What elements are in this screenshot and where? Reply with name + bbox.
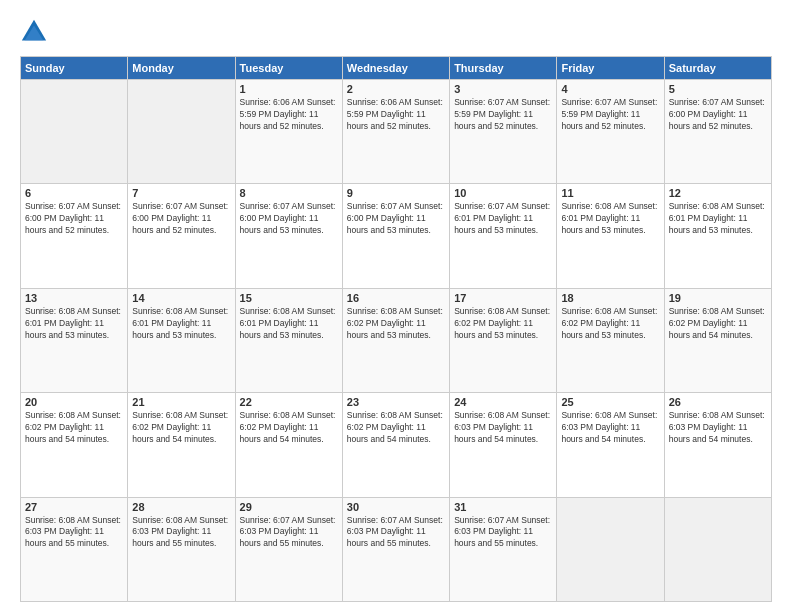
calendar-cell: 20Sunrise: 6:08 AM Sunset: 6:02 PM Dayli… [21,393,128,497]
calendar-cell: 13Sunrise: 6:08 AM Sunset: 6:01 PM Dayli… [21,288,128,392]
day-number: 7 [132,187,230,199]
day-number: 10 [454,187,552,199]
day-number: 29 [240,501,338,513]
calendar-cell [128,80,235,184]
day-info: Sunrise: 6:08 AM Sunset: 6:03 PM Dayligh… [25,515,123,551]
day-info: Sunrise: 6:08 AM Sunset: 6:03 PM Dayligh… [132,515,230,551]
day-header: Friday [557,57,664,80]
calendar-cell: 16Sunrise: 6:08 AM Sunset: 6:02 PM Dayli… [342,288,449,392]
day-number: 14 [132,292,230,304]
calendar-week-row: 6Sunrise: 6:07 AM Sunset: 6:00 PM Daylig… [21,184,772,288]
day-number: 8 [240,187,338,199]
calendar-cell: 10Sunrise: 6:07 AM Sunset: 6:01 PM Dayli… [450,184,557,288]
day-info: Sunrise: 6:07 AM Sunset: 6:03 PM Dayligh… [454,515,552,551]
calendar-cell [557,497,664,601]
day-info: Sunrise: 6:07 AM Sunset: 6:00 PM Dayligh… [240,201,338,237]
day-info: Sunrise: 6:08 AM Sunset: 6:01 PM Dayligh… [561,201,659,237]
calendar-cell: 12Sunrise: 6:08 AM Sunset: 6:01 PM Dayli… [664,184,771,288]
day-number: 26 [669,396,767,408]
calendar-page: SundayMondayTuesdayWednesdayThursdayFrid… [0,0,792,612]
day-number: 18 [561,292,659,304]
day-number: 1 [240,83,338,95]
calendar-cell: 18Sunrise: 6:08 AM Sunset: 6:02 PM Dayli… [557,288,664,392]
day-number: 16 [347,292,445,304]
day-info: Sunrise: 6:08 AM Sunset: 6:01 PM Dayligh… [669,201,767,237]
day-info: Sunrise: 6:08 AM Sunset: 6:01 PM Dayligh… [25,306,123,342]
day-info: Sunrise: 6:08 AM Sunset: 6:03 PM Dayligh… [454,410,552,446]
calendar-cell [664,497,771,601]
day-info: Sunrise: 6:08 AM Sunset: 6:02 PM Dayligh… [132,410,230,446]
day-number: 9 [347,187,445,199]
day-number: 3 [454,83,552,95]
day-info: Sunrise: 6:07 AM Sunset: 6:00 PM Dayligh… [25,201,123,237]
day-info: Sunrise: 6:08 AM Sunset: 6:03 PM Dayligh… [669,410,767,446]
day-number: 22 [240,396,338,408]
day-number: 11 [561,187,659,199]
day-info: Sunrise: 6:08 AM Sunset: 6:02 PM Dayligh… [347,306,445,342]
day-number: 21 [132,396,230,408]
calendar-cell: 2Sunrise: 6:06 AM Sunset: 5:59 PM Daylig… [342,80,449,184]
day-info: Sunrise: 6:08 AM Sunset: 6:03 PM Dayligh… [561,410,659,446]
calendar-cell: 19Sunrise: 6:08 AM Sunset: 6:02 PM Dayli… [664,288,771,392]
day-number: 19 [669,292,767,304]
calendar-cell: 17Sunrise: 6:08 AM Sunset: 6:02 PM Dayli… [450,288,557,392]
day-info: Sunrise: 6:07 AM Sunset: 5:59 PM Dayligh… [561,97,659,133]
day-info: Sunrise: 6:07 AM Sunset: 5:59 PM Dayligh… [454,97,552,133]
day-number: 12 [669,187,767,199]
day-info: Sunrise: 6:08 AM Sunset: 6:01 PM Dayligh… [240,306,338,342]
calendar-cell: 9Sunrise: 6:07 AM Sunset: 6:00 PM Daylig… [342,184,449,288]
day-number: 13 [25,292,123,304]
day-number: 31 [454,501,552,513]
day-number: 23 [347,396,445,408]
calendar-week-row: 13Sunrise: 6:08 AM Sunset: 6:01 PM Dayli… [21,288,772,392]
day-info: Sunrise: 6:08 AM Sunset: 6:02 PM Dayligh… [347,410,445,446]
day-info: Sunrise: 6:08 AM Sunset: 6:01 PM Dayligh… [132,306,230,342]
day-info: Sunrise: 6:06 AM Sunset: 5:59 PM Dayligh… [240,97,338,133]
day-number: 6 [25,187,123,199]
day-info: Sunrise: 6:07 AM Sunset: 6:03 PM Dayligh… [240,515,338,551]
day-info: Sunrise: 6:08 AM Sunset: 6:02 PM Dayligh… [240,410,338,446]
day-header: Monday [128,57,235,80]
calendar-cell: 7Sunrise: 6:07 AM Sunset: 6:00 PM Daylig… [128,184,235,288]
day-number: 17 [454,292,552,304]
calendar-cell: 23Sunrise: 6:08 AM Sunset: 6:02 PM Dayli… [342,393,449,497]
calendar-cell: 1Sunrise: 6:06 AM Sunset: 5:59 PM Daylig… [235,80,342,184]
calendar-cell: 11Sunrise: 6:08 AM Sunset: 6:01 PM Dayli… [557,184,664,288]
day-header: Saturday [664,57,771,80]
day-number: 25 [561,396,659,408]
day-info: Sunrise: 6:06 AM Sunset: 5:59 PM Dayligh… [347,97,445,133]
calendar-cell: 3Sunrise: 6:07 AM Sunset: 5:59 PM Daylig… [450,80,557,184]
calendar-cell: 29Sunrise: 6:07 AM Sunset: 6:03 PM Dayli… [235,497,342,601]
header [20,18,772,46]
calendar-cell: 6Sunrise: 6:07 AM Sunset: 6:00 PM Daylig… [21,184,128,288]
day-number: 30 [347,501,445,513]
calendar-cell: 22Sunrise: 6:08 AM Sunset: 6:02 PM Dayli… [235,393,342,497]
day-info: Sunrise: 6:08 AM Sunset: 6:02 PM Dayligh… [454,306,552,342]
day-header: Sunday [21,57,128,80]
day-number: 20 [25,396,123,408]
day-info: Sunrise: 6:08 AM Sunset: 6:02 PM Dayligh… [561,306,659,342]
day-info: Sunrise: 6:07 AM Sunset: 6:03 PM Dayligh… [347,515,445,551]
calendar-cell: 31Sunrise: 6:07 AM Sunset: 6:03 PM Dayli… [450,497,557,601]
day-number: 5 [669,83,767,95]
day-number: 2 [347,83,445,95]
calendar-cell: 4Sunrise: 6:07 AM Sunset: 5:59 PM Daylig… [557,80,664,184]
calendar-cell: 8Sunrise: 6:07 AM Sunset: 6:00 PM Daylig… [235,184,342,288]
day-info: Sunrise: 6:08 AM Sunset: 6:02 PM Dayligh… [25,410,123,446]
day-number: 27 [25,501,123,513]
calendar-cell [21,80,128,184]
day-header: Thursday [450,57,557,80]
calendar-week-row: 1Sunrise: 6:06 AM Sunset: 5:59 PM Daylig… [21,80,772,184]
logo [20,18,52,46]
day-info: Sunrise: 6:08 AM Sunset: 6:02 PM Dayligh… [669,306,767,342]
calendar-cell: 21Sunrise: 6:08 AM Sunset: 6:02 PM Dayli… [128,393,235,497]
day-info: Sunrise: 6:07 AM Sunset: 6:01 PM Dayligh… [454,201,552,237]
day-info: Sunrise: 6:07 AM Sunset: 6:00 PM Dayligh… [347,201,445,237]
day-header: Wednesday [342,57,449,80]
day-number: 4 [561,83,659,95]
calendar-week-row: 27Sunrise: 6:08 AM Sunset: 6:03 PM Dayli… [21,497,772,601]
calendar-cell: 15Sunrise: 6:08 AM Sunset: 6:01 PM Dayli… [235,288,342,392]
calendar-cell: 14Sunrise: 6:08 AM Sunset: 6:01 PM Dayli… [128,288,235,392]
calendar-cell: 27Sunrise: 6:08 AM Sunset: 6:03 PM Dayli… [21,497,128,601]
calendar-cell: 30Sunrise: 6:07 AM Sunset: 6:03 PM Dayli… [342,497,449,601]
